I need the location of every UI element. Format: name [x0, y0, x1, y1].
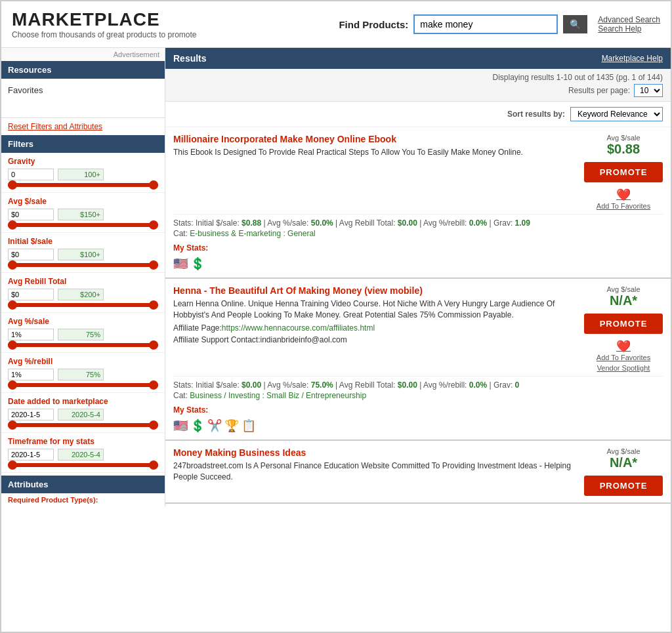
avg-rebill-slider-right[interactable]	[149, 300, 158, 310]
product-3-promote-button[interactable]: PROMOTE	[584, 476, 663, 496]
avg-sale-filter: Avg $/sale	[1, 193, 165, 233]
timeframe-label: Timeframe for my stats	[8, 437, 158, 446]
product-1-my-stats-icons: 🇺🇸 💲	[173, 256, 663, 271]
product-3-avg-label: Avg $/sale	[606, 447, 640, 455]
initial-sale-slider-right[interactable]	[149, 260, 158, 270]
product-2-my-stats-icons: 🇺🇸 💲 ✂️ 🏆 📋	[173, 419, 663, 433]
product-3-title[interactable]: Money Making Business Ideas	[173, 447, 306, 458]
timeframe-slider-track	[8, 463, 158, 467]
timeframe-filter: Timeframe for my stats	[1, 433, 165, 473]
ad-label: Advertisement	[1, 48, 165, 61]
product-2-avg-value: N/A*	[610, 293, 637, 308]
avg-sale-max-input[interactable]	[58, 209, 104, 220]
gravity-slider-track	[8, 183, 158, 187]
product-2-stats: Stats: Initial $/sale: $0.00 | Avg %/sal…	[173, 376, 663, 390]
trophy-icon: 🏆	[224, 419, 239, 433]
search-help-link[interactable]: Search Help	[598, 24, 641, 33]
initial-sale-max-input[interactable]	[58, 249, 104, 260]
attributes-header: Attributes	[1, 476, 165, 493]
gravity-slider-thumb-right[interactable]	[149, 180, 158, 190]
product-1-desc: This Ebook Is Designed To Provide Real P…	[173, 147, 578, 158]
product-2-add-favorites-button[interactable]: ❤️ Add To Favorites	[597, 339, 650, 361]
initial-sale-slider-left[interactable]	[8, 260, 17, 270]
dollar-icon-2: 💲	[190, 419, 205, 433]
initial-sale-min-input[interactable]	[8, 249, 54, 260]
search-input[interactable]	[413, 14, 558, 34]
find-products-label: Find Products:	[339, 19, 408, 30]
product-1-avg-label: Avg $/sale	[606, 134, 640, 142]
avg-pct-sale-slider-right[interactable]	[149, 340, 158, 350]
date-added-slider-left[interactable]	[8, 420, 17, 430]
avg-sale-slider-track	[8, 223, 158, 227]
date-added-label: Date added to marketplace	[8, 397, 158, 406]
avg-rebill-slider-track	[8, 303, 158, 307]
avg-sale-min-input[interactable]	[8, 209, 54, 220]
timeframe-max-input[interactable]	[58, 449, 104, 460]
date-added-min-input[interactable]	[8, 409, 54, 420]
avg-rebill-filter: Avg Rebill Total	[1, 273, 165, 313]
product-2-title[interactable]: Henna - The Beautiful Art Of Making Mone…	[173, 285, 423, 296]
search-button[interactable]: 🔍	[563, 15, 587, 33]
product-2-category: Cat: Business / Investing : Small Biz / …	[173, 391, 663, 400]
gravity-min-input[interactable]	[8, 169, 54, 180]
affiliate-contact-value: indianbrideinfo@aol.com	[261, 335, 347, 344]
avg-pct-rebill-slider-track	[8, 383, 158, 387]
product-1-favorites-label: Add To Favorites	[597, 202, 650, 210]
results-title: Results	[173, 53, 207, 64]
advanced-search-link[interactable]: Advanced Search	[598, 15, 660, 24]
avg-rebill-min-input[interactable]	[8, 289, 54, 300]
product-2-affiliate-contact: Affiliate Support Contact:indianbrideinf…	[173, 335, 578, 344]
sort-label: Sort results by:	[507, 110, 565, 119]
product-1-stats: Stats: Initial $/sale: $0.88 | Avg %/sal…	[173, 214, 663, 228]
avg-pct-rebill-min-input[interactable]	[8, 369, 54, 380]
results-display-text: Displaying results 1-10 out of 1435 (pg.…	[173, 73, 663, 82]
filters-header: Filters	[1, 135, 165, 153]
date-added-max-input[interactable]	[58, 409, 104, 420]
favorites-item[interactable]: Favorites	[1, 79, 165, 118]
resources-header: Resources	[1, 61, 165, 79]
avg-rebill-max-input[interactable]	[58, 289, 104, 300]
timeframe-slider-left[interactable]	[8, 460, 17, 470]
product-2-affiliate-page: Affiliate Page:https://www.hennacourse.c…	[173, 323, 578, 333]
vendor-spotlight-link[interactable]: Vendor Spotlight	[597, 364, 650, 372]
sort-select[interactable]: Keyword Relevance Popularity Gravity	[570, 107, 663, 121]
heart-icon: ❤️	[616, 188, 631, 202]
tools-icon: ✂️	[207, 419, 222, 433]
reset-filters-link[interactable]: Reset Filters and Attributes	[1, 118, 165, 135]
avg-pct-sale-slider-left[interactable]	[8, 340, 17, 350]
product-2-favorites-label: Add To Favorites	[597, 354, 650, 361]
avg-pct-sale-max-input[interactable]	[58, 329, 104, 340]
avg-pct-sale-min-input[interactable]	[8, 329, 54, 340]
date-added-slider-track	[8, 423, 158, 427]
product-2-promote-button[interactable]: PROMOTE	[584, 314, 663, 334]
product-1-title[interactable]: Millionaire Incorporated Make Money Onli…	[173, 134, 396, 144]
timeframe-min-input[interactable]	[8, 449, 54, 460]
gravity-max-input[interactable]	[58, 169, 104, 180]
list-icon: 📋	[242, 419, 256, 433]
avg-pct-rebill-filter: Avg %/rebill	[1, 353, 165, 393]
initial-sale-slider-track	[8, 263, 158, 267]
date-added-slider-right[interactable]	[149, 420, 158, 430]
avg-pct-rebill-max-input[interactable]	[58, 369, 104, 380]
affiliate-page-link[interactable]: https://www.hennacourse.com/affiliates.h…	[222, 323, 375, 333]
results-per-page-select[interactable]: 10 20 50	[634, 84, 663, 97]
page-subtitle: Choose from thousands of great products …	[12, 30, 197, 39]
avg-sale-slider-left[interactable]	[8, 220, 17, 230]
flag-icon: 🇺🇸	[173, 256, 188, 271]
avg-pct-rebill-slider-left[interactable]	[8, 380, 17, 390]
avg-pct-rebill-slider-right[interactable]	[149, 380, 158, 390]
product-1-category: Cat: E-business & E-marketing : General	[173, 229, 663, 238]
product-1-promote-button[interactable]: PROMOTE	[584, 162, 663, 182]
marketplace-help-link[interactable]: Marketplace Help	[602, 54, 663, 63]
product-1-add-favorites-button[interactable]: ❤️ Add To Favorites	[597, 188, 650, 210]
gravity-label: Gravity	[8, 157, 158, 166]
date-added-filter: Date added to marketplace	[1, 393, 165, 433]
avg-sale-slider-right[interactable]	[149, 220, 158, 230]
product-2-my-stats-label: My Stats:	[173, 403, 663, 417]
flag-icon-2: 🇺🇸	[173, 419, 188, 433]
timeframe-slider-right[interactable]	[149, 460, 158, 470]
gravity-slider-thumb-left[interactable]	[8, 180, 17, 190]
avg-pct-sale-filter: Avg %/sale	[1, 313, 165, 353]
avg-pct-rebill-label: Avg %/rebill	[8, 357, 158, 366]
avg-rebill-slider-left[interactable]	[8, 300, 17, 310]
